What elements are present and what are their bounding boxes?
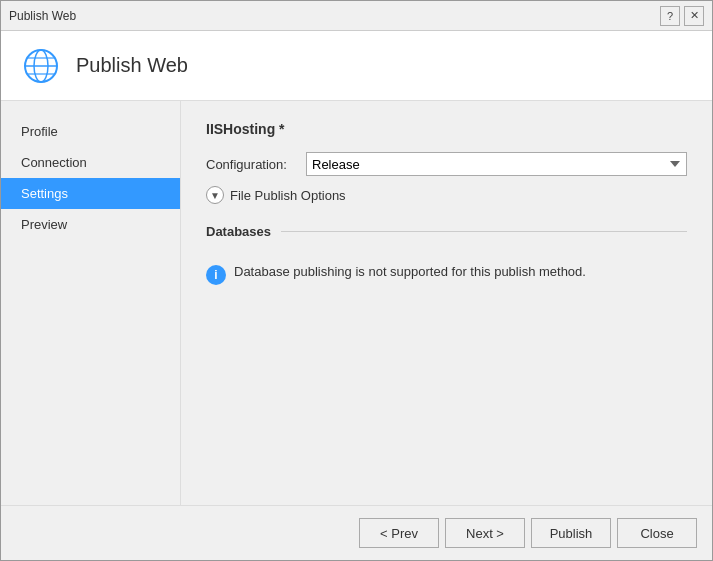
databases-title: Databases bbox=[206, 224, 271, 239]
content-area: Profile Connection Settings Preview IISH… bbox=[1, 101, 712, 505]
sidebar-item-preview[interactable]: Preview bbox=[1, 209, 180, 240]
info-message: Database publishing is not supported for… bbox=[234, 264, 586, 279]
main-panel: IISHosting * Configuration: Release Debu… bbox=[181, 101, 712, 505]
sidebar: Profile Connection Settings Preview bbox=[1, 101, 181, 505]
configuration-select[interactable]: Release Debug bbox=[306, 152, 687, 176]
footer: < Prev Next > Publish Close bbox=[1, 505, 712, 560]
publish-web-window: Publish Web ? ✕ Publish Web Profile Conn… bbox=[0, 0, 713, 561]
title-bar-right: ? ✕ bbox=[660, 6, 704, 26]
next-button[interactable]: Next > bbox=[445, 518, 525, 548]
header-title: Publish Web bbox=[76, 54, 188, 77]
prev-button[interactable]: < Prev bbox=[359, 518, 439, 548]
databases-header: Databases bbox=[206, 224, 687, 239]
close-window-button[interactable]: ✕ bbox=[684, 6, 704, 26]
expand-icon: ▼ bbox=[206, 186, 224, 204]
title-bar-title: Publish Web bbox=[9, 9, 76, 23]
publish-button[interactable]: Publish bbox=[531, 518, 611, 548]
file-publish-options-label: File Publish Options bbox=[230, 188, 346, 203]
title-bar-left: Publish Web bbox=[9, 9, 76, 23]
dialog-header: Publish Web bbox=[1, 31, 712, 101]
info-box: i Database publishing is not supported f… bbox=[206, 254, 687, 295]
configuration-label: Configuration: bbox=[206, 157, 306, 172]
close-button[interactable]: Close bbox=[617, 518, 697, 548]
sidebar-item-settings[interactable]: Settings bbox=[1, 178, 180, 209]
sidebar-item-profile[interactable]: Profile bbox=[1, 116, 180, 147]
sidebar-item-connection[interactable]: Connection bbox=[1, 147, 180, 178]
header-icon bbox=[21, 46, 61, 86]
title-bar: Publish Web ? ✕ bbox=[1, 1, 712, 31]
databases-section: Databases i Database publishing is not s… bbox=[206, 224, 687, 295]
databases-divider bbox=[281, 231, 687, 232]
configuration-row: Configuration: Release Debug bbox=[206, 152, 687, 176]
help-button[interactable]: ? bbox=[660, 6, 680, 26]
section-title: IISHosting * bbox=[206, 121, 687, 137]
file-publish-options-row[interactable]: ▼ File Publish Options bbox=[206, 186, 687, 204]
info-icon: i bbox=[206, 265, 226, 285]
